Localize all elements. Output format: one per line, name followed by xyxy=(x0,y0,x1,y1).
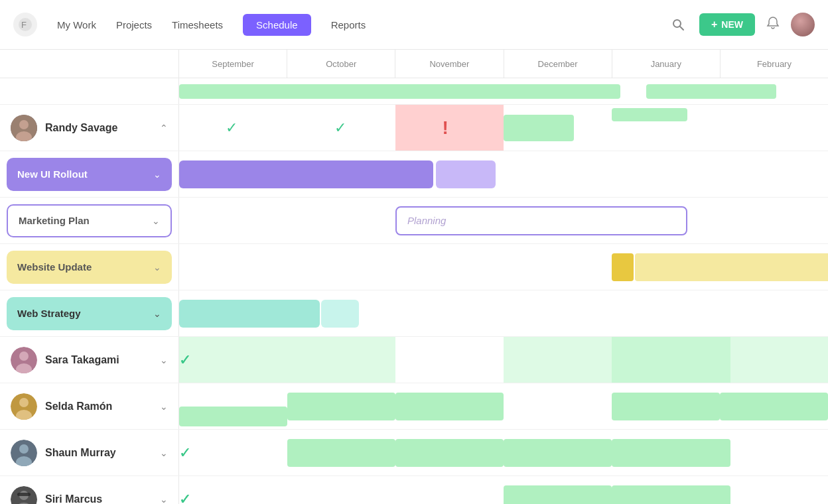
new-ui-chevron[interactable]: ⌄ xyxy=(153,169,161,180)
shaun-avatar xyxy=(11,440,37,466)
randy-calendar: ✓ ✓ ! xyxy=(179,105,828,151)
selda-row: Selda Ramón ⌄ xyxy=(0,383,828,430)
shaun-nov-bar xyxy=(395,439,504,467)
randy-nov-alert: ! xyxy=(443,117,448,139)
website-chevron[interactable]: ⌄ xyxy=(153,262,161,273)
siri-nov-check: ✓ xyxy=(179,491,191,505)
nav-timesheets[interactable]: Timesheets xyxy=(172,15,223,34)
logo[interactable]: F xyxy=(13,13,37,36)
scroll-top-partial xyxy=(0,78,828,105)
sara-row: Sara Takagami ⌄ ✓ ✓ ✓ xyxy=(0,337,828,383)
shaun-oct-bar xyxy=(287,439,395,467)
partial-right xyxy=(179,78,828,104)
siri-left: Siri Marcus ⌄ xyxy=(0,476,179,504)
shaun-dec-bar xyxy=(504,439,612,467)
randy-left: Randy Savage ⌃ xyxy=(0,105,179,151)
month-feb: February xyxy=(721,50,828,78)
month-jan: January xyxy=(612,50,721,78)
marketing-chevron[interactable]: ⌄ xyxy=(152,216,160,226)
website-bar-light xyxy=(635,253,828,281)
randy-jan-bar xyxy=(612,108,687,121)
randy-name: Randy Savage xyxy=(45,122,152,134)
website-project[interactable]: Website Update ⌄ xyxy=(7,251,172,284)
randy-oct-check: ✓ xyxy=(334,119,346,137)
shaun-calendar: ✓ ✓ xyxy=(179,430,828,475)
new-ui-project[interactable]: New UI Rollout ⌄ xyxy=(7,158,172,191)
new-icon: + xyxy=(711,19,717,31)
siri-calendar: ✓ ✓ ✓ xyxy=(179,476,828,504)
sara-left: Sara Takagami ⌄ xyxy=(0,337,179,383)
selda-oct-bar xyxy=(287,393,395,420)
shaun-left: Shaun Murray ⌄ xyxy=(0,430,179,475)
web-strategy-project[interactable]: Web Strategy ⌄ xyxy=(7,297,172,330)
marketing-project[interactable]: Marketing Plan ⌄ xyxy=(7,204,172,237)
randy-chevron[interactable]: ⌃ xyxy=(160,123,168,133)
nav-right: + NEW xyxy=(667,13,815,36)
web-strategy-row: Web Strategy ⌄ xyxy=(0,290,828,337)
nav-projects[interactable]: Projects xyxy=(116,15,152,34)
month-headers: September October November December Janu… xyxy=(179,50,828,78)
sara-calendar: ✓ ✓ ✓ xyxy=(179,337,828,383)
header-spacer xyxy=(0,50,179,78)
svg-point-14 xyxy=(19,444,29,454)
new-ui-bar-main xyxy=(179,160,433,188)
shaun-chevron[interactable]: ⌄ xyxy=(160,448,168,458)
shaun-jan-bar xyxy=(612,439,730,467)
sara-nov-blank xyxy=(395,337,504,383)
nav-my-work[interactable]: My Work xyxy=(57,15,96,34)
sara-name: Sara Takagami xyxy=(45,354,152,366)
sara-jan-block xyxy=(612,337,730,383)
schedule-area: September October November December Janu… xyxy=(0,50,828,504)
month-nov: November xyxy=(395,50,504,78)
new-ui-calendar xyxy=(179,151,828,197)
sara-chevron[interactable]: ⌄ xyxy=(160,355,168,365)
siri-jan-bar xyxy=(612,485,730,505)
randy-row: Randy Savage ⌃ ✓ ✓ ! xyxy=(0,105,828,151)
new-ui-row: New UI Rollout ⌄ xyxy=(0,151,828,198)
svg-rect-19 xyxy=(17,493,31,496)
new-ui-bar-light xyxy=(436,160,496,188)
shaun-row: Shaun Murray ⌄ ✓ ✓ xyxy=(0,430,828,476)
new-button[interactable]: + NEW xyxy=(699,13,755,36)
svg-line-3 xyxy=(680,27,683,30)
marketing-left: Marketing Plan ⌄ xyxy=(0,198,179,243)
selda-sep-low xyxy=(179,407,287,426)
month-header-row: September October November December Janu… xyxy=(0,50,828,78)
main-area: September October November December Janu… xyxy=(0,50,828,504)
selda-nov-bar xyxy=(395,393,504,420)
ws-bar-light xyxy=(321,300,359,328)
user-avatar[interactable] xyxy=(791,13,815,36)
web-strategy-label: Web Strategy xyxy=(17,308,148,319)
partial-bar-2 xyxy=(646,84,776,99)
selda-chevron[interactable]: ⌄ xyxy=(160,401,168,412)
siri-row: Siri Marcus ⌄ ✓ ✓ ✓ xyxy=(0,476,828,504)
sara-avatar xyxy=(11,347,37,373)
selda-left: Selda Ramón ⌄ xyxy=(0,383,179,429)
new-ui-label: New UI Rollout xyxy=(17,168,148,180)
selda-calendar xyxy=(179,383,828,429)
search-icon[interactable] xyxy=(667,14,689,35)
month-dec: December xyxy=(504,50,612,78)
svg-point-8 xyxy=(19,351,29,361)
marketing-label: Marketing Plan xyxy=(19,215,147,226)
website-left: Website Update ⌄ xyxy=(0,244,179,290)
siri-chevron[interactable]: ⌄ xyxy=(160,494,168,505)
randy-avatar xyxy=(11,115,37,141)
svg-text:F: F xyxy=(21,20,27,30)
partial-left xyxy=(0,78,179,104)
selda-jan-bar xyxy=(612,393,720,420)
web-strategy-calendar xyxy=(179,290,828,336)
website-label: Website Update xyxy=(17,261,148,273)
ws-bar-teal xyxy=(179,300,320,328)
nav-reports[interactable]: Reports xyxy=(331,15,366,34)
randy-nov-block xyxy=(395,105,504,151)
bell-icon[interactable] xyxy=(766,16,780,34)
schedule-rows: Randy Savage ⌃ ✓ ✓ ! xyxy=(0,78,828,504)
randy-sep-check: ✓ xyxy=(226,119,238,137)
nav-schedule[interactable]: Schedule xyxy=(243,14,311,36)
web-strategy-chevron[interactable]: ⌄ xyxy=(153,308,161,319)
month-oct: October xyxy=(287,50,395,78)
shaun-jan-check: ✓ xyxy=(179,444,191,462)
siri-avatar xyxy=(11,486,37,505)
navbar: F My Work Projects Timesheets Schedule R… xyxy=(0,0,828,50)
